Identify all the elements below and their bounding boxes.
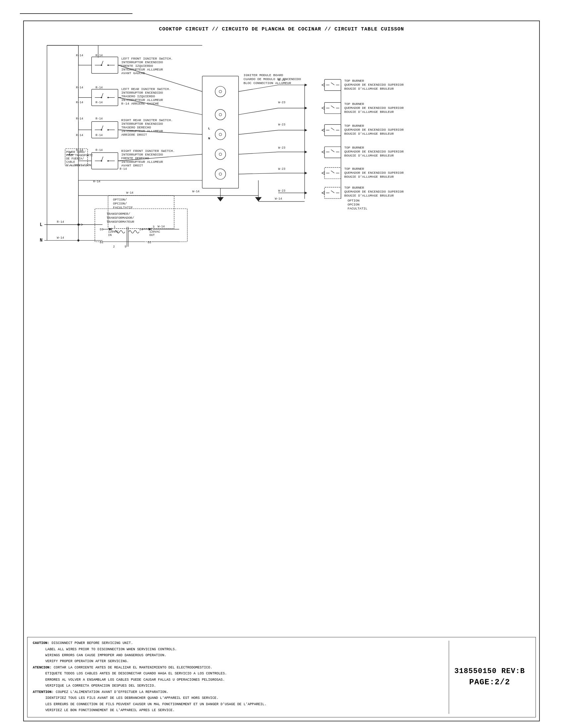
svg-text:QUEMADOR DE ENCENDIDO SUPERIOR: QUEMADOR DE ENCENDIDO SUPERIOR [345, 128, 404, 132]
svg-text:W-23: W-23 [278, 167, 286, 171]
svg-text:R-14: R-14 [76, 86, 83, 89]
svg-text:3: 3 [153, 225, 154, 229]
svg-text:LEFT FRONT IGNITER SWITCH.: LEFT FRONT IGNITER SWITCH. [121, 57, 173, 61]
main-box: COOKTOP CIRCUIT // CIRCUITO DE PLANCHA D… [23, 21, 540, 721]
svg-text:5: 5 [124, 245, 126, 249]
svg-text:INTERRUPTEUR ALLUMEUR: INTERRUPTEUR ALLUMEUR [121, 98, 163, 102]
svg-text:W-14: W-14 [192, 190, 200, 193]
svg-line-169 [238, 173, 278, 174]
svg-text:OPTION/: OPTION/ [113, 198, 127, 202]
svg-text:120VAC: 120VAC [149, 230, 160, 234]
svg-text:R-14: R-14 [95, 101, 103, 104]
caution-fr: ATTENTION: COUPEZ L'ALIMENTATION AVANT D… [33, 690, 449, 695]
svg-marker-171 [305, 172, 307, 174]
caution-fr-line4: VERIFIEZ LE BON FONCTIONNEMENT DE L'APPA… [33, 708, 449, 713]
svg-line-120 [238, 85, 278, 92]
svg-text:INTERRUPTOR ENCENDIDO: INTERRUPTOR ENCENDIDO [121, 122, 163, 126]
svg-marker-159 [322, 151, 325, 153]
svg-text:TRASERO DERECHO: TRASERO DERECHO [121, 126, 151, 129]
circuit-diagram: text { font-family: 'Courier New', Couri… [27, 37, 536, 321]
svg-point-60 [107, 160, 109, 161]
caution-es: ATENCION: CORTAR LA CORRIENTE ANTES DE R… [33, 665, 449, 670]
svg-text:D'ALIMENTATION: D'ALIMENTATION [66, 164, 91, 167]
svg-text:OPTION: OPTION [348, 199, 359, 203]
svg-point-82 [71, 154, 72, 155]
svg-line-156 [238, 152, 278, 154]
svg-text:RIGHT FRONT IGNITER SWITCH.: RIGHT FRONT IGNITER SWITCH. [121, 149, 175, 153]
svg-text:QUEMADOR DE ENCENDIDO SUPERIOR: QUEMADOR DE ENCENDIDO SUPERIOR [345, 106, 404, 110]
svg-text:N: N [208, 137, 210, 140]
svg-text:QUEMADOR DE ENCENDIDO SUPERIOR: QUEMADOR DE ENCENDIDO SUPERIOR [345, 171, 404, 175]
svg-marker-172 [322, 172, 325, 174]
svg-text:R-14: R-14 [76, 117, 83, 120]
svg-marker-122 [305, 84, 307, 86]
svg-text:TOP BURNER: TOP BURNER [345, 186, 364, 190]
svg-text:TOP BURNER: TOP BURNER [345, 167, 364, 171]
svg-text:OUT: OUT [149, 234, 155, 237]
svg-text:TOP BURNER: TOP BURNER [345, 124, 364, 128]
svg-point-41 [101, 129, 102, 130]
svg-text:IN: IN [108, 234, 112, 237]
caution-fr-line2: IDENTIFIEZ TOUS LES FILS AVANT DE LES DE… [33, 696, 449, 701]
caution-es-line3: ERRORES AL VOLVER A ENSAMBLAR LOS CABLES… [33, 677, 449, 682]
svg-text:TOP BURNER: TOP BURNER [345, 79, 364, 83]
svg-point-102 [215, 110, 226, 120]
svg-text:AVANT GAUCHE: AVANT GAUCHE [121, 71, 145, 75]
svg-marker-146 [305, 129, 307, 131]
svg-text:CABLE: CABLE [66, 160, 75, 164]
svg-rect-160 [325, 147, 341, 158]
svg-text:INTERRUPTOR  ENCENDIDO: INTERRUPTOR ENCENDIDO [121, 153, 163, 157]
svg-text:TRANSFORMADOR/: TRANSFORMADOR/ [106, 216, 134, 220]
svg-text:CUARDO DE MODULO DE ENCENDIDO: CUARDO DE MODULO DE ENCENDIDO [243, 77, 301, 81]
svg-marker-182 [305, 192, 307, 194]
svg-point-59 [101, 160, 102, 161]
svg-point-5 [107, 65, 109, 66]
top-line [20, 13, 132, 14]
caution-en-line2: LABEL ALL WIRES PRIOR TO DISCONNECTION W… [33, 647, 449, 652]
svg-text:1: 1 [114, 225, 115, 229]
svg-text:IGNITER MODULE BOARD: IGNITER MODULE BOARD [243, 73, 283, 77]
svg-text:QUEMADOR DE ENCENDIDO SUPERIOR: QUEMADOR DE ENCENDIDO SUPERIOR [345, 150, 404, 154]
caution-en-label: CAUTION: [33, 641, 49, 645]
caution-en-line3: WIRINGS ERRORS CAN CAUSE IMPROPER AND DA… [33, 653, 449, 658]
svg-text:FACULTATIL: FACULTATIL [348, 207, 367, 210]
caution-fr-label: ATTENTION: [33, 690, 54, 694]
svg-point-105 [219, 133, 221, 136]
svg-text:W-23: W-23 [278, 123, 286, 126]
svg-text:ARRIERE DROIT: ARRIERE DROIT [121, 133, 147, 137]
svg-line-126 [331, 83, 335, 85]
caution-fr-line3: LES ERREURS DE CONNECTION DE FILS PEUVEN… [33, 702, 449, 707]
svg-text:OPCION: OPCION [348, 203, 359, 206]
caution-es-label: ATENCION: [33, 665, 52, 669]
svg-marker-196 [255, 197, 261, 202]
svg-text:W-14: W-14 [126, 191, 133, 195]
caution-en-line1: DISCONNECT POWER BEFORE SERVICING UNIT. [52, 641, 133, 645]
caution-box: CAUTION: DISCONNECT POWER BEFORE SERVICI… [27, 637, 536, 717]
svg-text:LEFT REAR IGNITER SWITCH.: LEFT REAR IGNITER SWITCH. [121, 87, 171, 91]
caution-es-line2: ETIQUETE TODOS LOS CABLES ANTES DE DESCO… [33, 671, 449, 676]
page: COOKTOP CIRCUIT // CIRCUITO DE PLANCHA D… [0, 0, 563, 728]
svg-text:R-14: R-14 [95, 54, 103, 57]
svg-text:TRANSFORMER/: TRANSFORMER/ [106, 212, 130, 216]
svg-text:INTERRUPTOR  ENCENDIDO: INTERRUPTOR ENCENDIDO [121, 61, 163, 64]
svg-text:D2: D2 [148, 241, 151, 244]
svg-marker-118 [217, 197, 224, 202]
svg-text:D4: D4 [139, 228, 143, 231]
svg-point-81 [69, 154, 70, 155]
svg-text:TOP BURNER: TOP BURNER [345, 146, 364, 150]
svg-text:BLOC CONNECTION ALLUMEUR: BLOC CONNECTION ALLUMEUR [243, 81, 291, 85]
svg-text:PARA TRANSPORTE: PARA TRANSPORTE [66, 154, 93, 157]
svg-line-174 [331, 171, 335, 173]
svg-line-138 [331, 106, 335, 108]
svg-text:L: L [40, 222, 42, 227]
svg-point-4 [101, 65, 102, 66]
svg-point-100 [215, 86, 226, 97]
caution-en: CAUTION: DISCONNECT POWER BEFORE SERVICI… [33, 641, 449, 646]
svg-text:R-14: R-14 [95, 86, 103, 89]
svg-text:RIGHT REAR IGNITER SWITCH.: RIGHT REAR IGNITER SWITCH. [121, 118, 173, 122]
part-number-box: 318550150 REV:B PAGE:2/2 [449, 641, 530, 714]
page-number: PAGE:2/2 [469, 677, 510, 688]
svg-text:W-23: W-23 [278, 189, 286, 193]
svg-point-101 [219, 90, 221, 93]
svg-line-21 [101, 93, 103, 98]
